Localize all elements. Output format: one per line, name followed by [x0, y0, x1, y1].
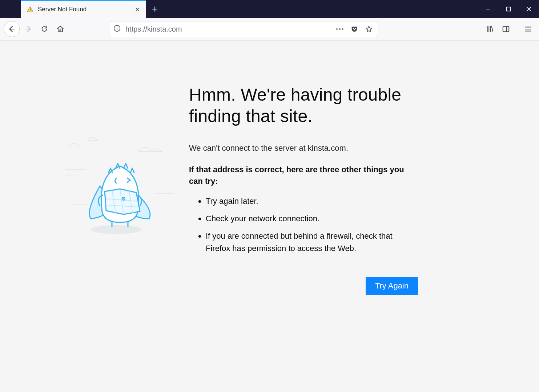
- tab-drag-space[interactable]: [0, 0, 21, 18]
- navigation-toolbar: [0, 18, 539, 41]
- reload-button[interactable]: [37, 22, 52, 36]
- warning-icon: [26, 5, 34, 13]
- window-minimize-button[interactable]: [478, 0, 498, 18]
- app-menu-button[interactable]: [521, 22, 535, 36]
- svg-rect-5: [117, 27, 117, 27]
- window-maximize-button[interactable]: [498, 0, 519, 18]
- site-identity-icon[interactable]: [113, 24, 121, 34]
- svg-point-15: [91, 225, 142, 234]
- page-actions-button[interactable]: [335, 24, 345, 34]
- browser-tab-active[interactable]: Server Not Found: [21, 0, 146, 18]
- error-suggestion-item: If you are connected but behind a firewa…: [206, 230, 418, 255]
- error-illustration: [65, 135, 174, 237]
- error-title: Hmm. We're having trouble finding that s…: [189, 84, 418, 127]
- window-close-button[interactable]: [519, 0, 539, 18]
- new-tab-button[interactable]: [146, 0, 164, 18]
- svg-rect-9: [503, 27, 509, 32]
- window-titlebar: Server Not Found: [0, 0, 539, 18]
- url-bar[interactable]: [109, 21, 378, 37]
- svg-rect-2: [507, 7, 511, 11]
- svg-point-8: [342, 28, 343, 30]
- back-button[interactable]: [4, 21, 20, 37]
- svg-rect-1: [30, 11, 31, 11]
- error-message: We can't connect to the server at kinsta…: [189, 144, 418, 153]
- sidebars-icon[interactable]: [499, 22, 513, 36]
- error-suggestion-item: Try again later.: [206, 195, 418, 207]
- tab-title: Server Not Found: [38, 6, 130, 13]
- error-advice: If that address is correct, here are thr…: [189, 164, 418, 187]
- svg-point-6: [336, 28, 338, 30]
- svg-rect-4: [117, 28, 117, 30]
- svg-point-7: [339, 28, 341, 30]
- library-icon[interactable]: [483, 22, 497, 36]
- error-content: Hmm. We're having trouble finding that s…: [189, 84, 418, 260]
- error-suggestion-list: Try again later. Check your network conn…: [189, 195, 418, 255]
- pocket-icon[interactable]: [349, 24, 359, 34]
- svg-point-17: [123, 198, 124, 199]
- url-input[interactable]: [125, 25, 330, 33]
- error-suggestion-item: Check your network connection.: [206, 213, 418, 225]
- bookmark-star-icon[interactable]: [364, 24, 374, 34]
- forward-button[interactable]: [21, 22, 36, 36]
- svg-rect-0: [30, 9, 31, 10]
- toolbar-separator: [517, 23, 517, 35]
- tab-close-button[interactable]: [134, 6, 141, 13]
- content-area: Hmm. We're having trouble finding that s…: [0, 41, 539, 392]
- try-again-button[interactable]: Try Again: [366, 277, 418, 295]
- home-button[interactable]: [53, 22, 68, 36]
